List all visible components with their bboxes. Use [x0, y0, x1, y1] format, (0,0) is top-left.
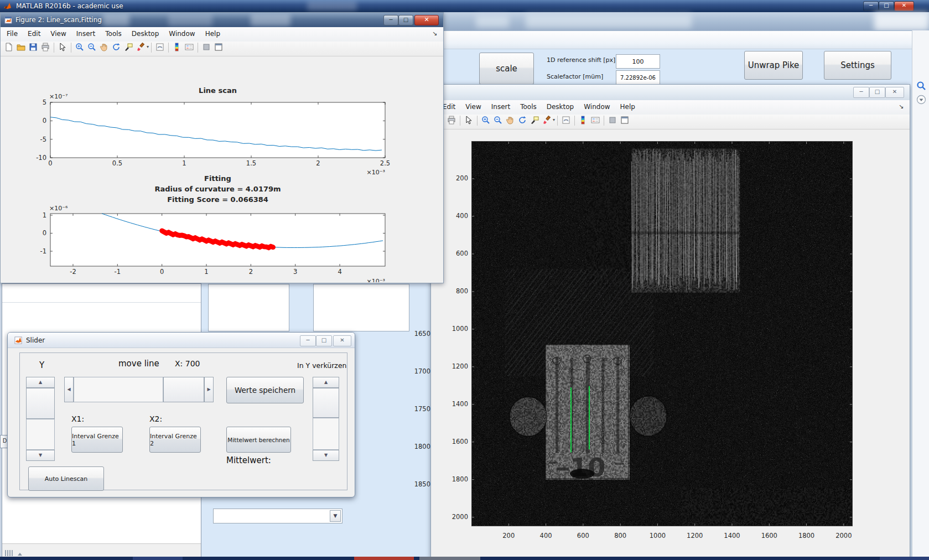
combobox-arrow-icon[interactable]: ▼ — [330, 510, 341, 522]
y-slider-up-arrow-icon[interactable]: ▲ — [26, 377, 55, 388]
svg-text:1.5: 1.5 — [246, 159, 256, 167]
menu-item-insert[interactable]: Insert — [71, 27, 100, 40]
menu-item-view[interactable]: View — [45, 27, 71, 40]
shorten-slider-trough[interactable] — [313, 418, 339, 450]
colorbar-icon[interactable] — [171, 42, 183, 54]
maximize-button[interactable]: □ — [316, 335, 332, 346]
calculate-mean-button[interactable]: Mittelwert berechnen — [226, 427, 291, 453]
maximize-button[interactable]: □ — [869, 87, 885, 98]
zoom-in-icon[interactable] — [480, 115, 492, 127]
legend-icon[interactable] — [589, 115, 601, 127]
dock-figure-icon[interactable]: ↘ — [432, 30, 437, 37]
close-button[interactable]: ✕ — [333, 335, 351, 346]
data-cursor-icon[interactable] — [122, 42, 134, 54]
menu-item-edit[interactable]: Edit — [23, 27, 45, 40]
open-folder-icon[interactable] — [15, 42, 27, 54]
link-plot-icon[interactable] — [560, 115, 572, 127]
taskbar-item[interactable] — [419, 557, 480, 560]
dock-figure-icon[interactable]: ↘ — [899, 103, 904, 110]
zoom-out-icon[interactable] — [492, 115, 504, 127]
figure-image-titlebar[interactable]: d ─ □ ✕ — [431, 85, 910, 101]
menu-item-desktop[interactable]: Desktop — [542, 100, 579, 113]
pan-icon[interactable] — [98, 42, 110, 54]
shorten-slider-thumb[interactable] — [313, 388, 339, 418]
scale-button[interactable]: scale — [479, 53, 534, 85]
dock-window-icon[interactable] — [619, 115, 631, 127]
new-file-icon[interactable] — [3, 42, 15, 54]
slider-left-arrow-icon[interactable]: ◀ — [64, 377, 74, 402]
y-slider-thumb[interactable] — [26, 388, 55, 419]
menu-item-window[interactable]: Window — [579, 100, 615, 113]
menu-item-file[interactable]: File — [2, 27, 23, 40]
figure2-titlebar[interactable]: Figure 2: Line_scan,Fitting ─ □ ✕ — [1, 13, 443, 27]
scalefactor-input[interactable]: 7.22892e-06 — [616, 70, 660, 85]
minimize-button[interactable]: ─ — [853, 87, 869, 98]
settings-button[interactable]: Settings — [824, 51, 891, 80]
zoom-in-icon[interactable] — [74, 42, 86, 54]
print-icon[interactable] — [445, 115, 458, 127]
cursor-icon[interactable] — [463, 115, 475, 127]
slider-thumb[interactable] — [163, 377, 204, 402]
link-plot-icon[interactable] — [154, 42, 166, 54]
interval-limit-2-button[interactable]: Interval Grenze 2 — [149, 427, 201, 453]
maximize-button[interactable]: □ — [398, 15, 413, 25]
legend-icon[interactable] — [183, 42, 195, 54]
menu-item-help[interactable]: Help — [200, 27, 225, 40]
dock-gray-icon[interactable] — [200, 42, 212, 54]
taskbar-item[interactable] — [133, 557, 183, 560]
matlab-dialog-icon — [14, 336, 22, 344]
slider-right-arrow-icon[interactable]: ▶ — [204, 377, 214, 402]
y-slider-down-arrow-icon[interactable]: ▼ — [26, 450, 55, 461]
auto-linescan-button[interactable]: Auto Linescan — [28, 466, 104, 491]
minimize-button[interactable]: ─ — [863, 1, 879, 11]
taskbar-item[interactable] — [880, 557, 929, 560]
menu-item-help[interactable]: Help — [615, 100, 640, 113]
close-button[interactable]: ✕ — [414, 15, 439, 25]
minimize-button[interactable]: ─ — [300, 335, 316, 346]
y-axis-tick-label: 600 — [445, 250, 468, 257]
close-button[interactable]: ✕ — [894, 1, 914, 11]
brush-dropdown-icon[interactable]: ▾ — [147, 44, 149, 49]
y-slider-trough[interactable] — [26, 419, 55, 450]
brush-dropdown-icon[interactable]: ▾ — [553, 117, 555, 122]
cursor-icon[interactable] — [56, 42, 69, 54]
save-icon[interactable] — [27, 42, 39, 54]
occluded-listbox-fragment[interactable] — [208, 284, 289, 331]
save-values-button[interactable]: Werte speichern — [226, 377, 304, 403]
zoom-out-icon[interactable] — [86, 42, 98, 54]
pan-icon[interactable] — [504, 115, 516, 127]
data-cursor-icon[interactable] — [528, 115, 541, 127]
minimize-button[interactable]: ─ — [383, 15, 398, 25]
slider-titlebar[interactable]: Slider ─ □ ✕ — [8, 333, 355, 348]
colorbar-icon[interactable] — [577, 115, 589, 127]
menu-item-view[interactable]: View — [460, 100, 486, 113]
dock-gray-icon[interactable] — [606, 115, 619, 127]
dock-window-icon[interactable] — [212, 42, 225, 54]
brush-icon[interactable] — [541, 115, 553, 127]
unwrap-pike-button[interactable]: Unwrap Pike — [744, 51, 803, 80]
menu-item-insert[interactable]: Insert — [486, 100, 515, 113]
close-button[interactable]: ✕ — [885, 87, 904, 98]
shorten-up-arrow-icon[interactable]: ▲ — [313, 377, 339, 388]
slider-trough[interactable] — [74, 377, 163, 402]
bottom-combobox[interactable]: ▼ — [213, 509, 342, 523]
shorten-down-arrow-icon[interactable]: ▼ — [313, 450, 339, 461]
print-icon[interactable] — [39, 42, 51, 54]
menu-item-tools[interactable]: Tools — [100, 27, 127, 40]
interval-limit-1-button[interactable]: Interval Grenze 1 — [71, 427, 123, 453]
occluded-listbox-fragment[interactable] — [313, 284, 409, 331]
svg-text:Fitting: Fitting — [204, 174, 231, 183]
rotate-3d-icon[interactable] — [516, 115, 528, 127]
menu-item-desktop[interactable]: Desktop — [127, 27, 164, 40]
line-scan-and-fitting-plots: Line scan×10⁻⁷00.511.522.550-5-10×10⁻³Fi… — [1, 56, 443, 282]
menu-item-window[interactable]: Window — [164, 27, 200, 40]
menu-item-tools[interactable]: Tools — [515, 100, 542, 113]
ref-shift-input[interactable]: 100 — [616, 54, 660, 69]
taskbar-item[interactable] — [354, 557, 414, 560]
maximize-button[interactable]: □ — [879, 1, 894, 11]
brush-icon[interactable] — [134, 42, 147, 54]
search-icon[interactable] — [916, 81, 926, 91]
chevron-circle-icon[interactable] — [916, 95, 926, 105]
rotate-3d-icon[interactable] — [110, 42, 122, 54]
scalefactor-value: 7.22892e-06 — [620, 75, 656, 81]
